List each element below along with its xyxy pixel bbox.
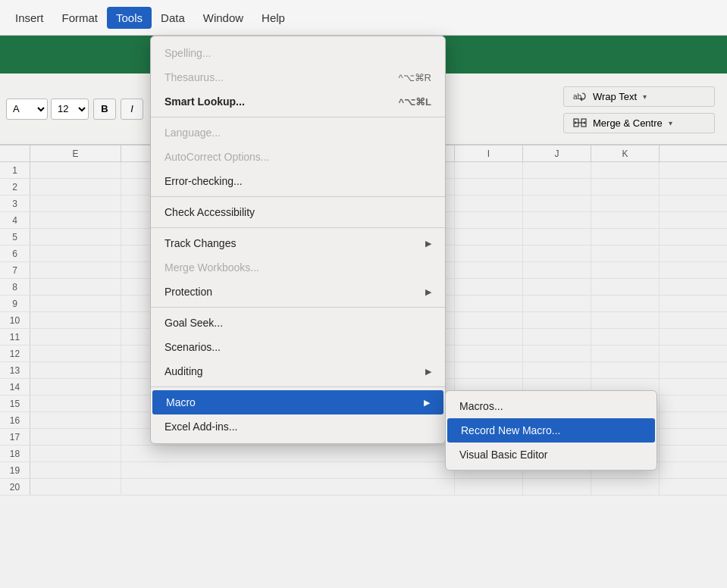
- grid-cell[interactable]: [591, 179, 660, 195]
- grid-cell[interactable]: [523, 346, 591, 361]
- italic-button[interactable]: I: [121, 99, 143, 120]
- grid-cell[interactable]: [591, 246, 660, 261]
- grid-cell[interactable]: [30, 379, 121, 395]
- grid-cell[interactable]: [455, 329, 523, 345]
- grid-cell[interactable]: [591, 362, 660, 378]
- merge-centre-button[interactable]: Merge & Centre ▾: [563, 113, 715, 133]
- menu-scenarios[interactable]: Scenarios...: [151, 335, 445, 359]
- menu-language[interactable]: Language...: [151, 120, 445, 145]
- font-name-select[interactable]: A: [6, 99, 48, 120]
- menu-help[interactable]: Help: [252, 7, 294, 29]
- menu-window[interactable]: Window: [194, 7, 252, 29]
- grid-cell[interactable]: [455, 362, 523, 378]
- grid-cell[interactable]: [455, 312, 523, 328]
- menu-spelling[interactable]: Spelling...: [151, 41, 445, 65]
- submenu-visual-basic-editor[interactable]: Visual Basic Editor: [446, 443, 656, 467]
- grid-cell[interactable]: [30, 312, 121, 328]
- grid-cell[interactable]: [523, 179, 591, 195]
- col-header-K[interactable]: K: [591, 145, 660, 161]
- menu-error-checking[interactable]: Error-checking...: [151, 169, 445, 193]
- grid-cell[interactable]: [523, 195, 591, 211]
- grid-cell[interactable]: [30, 329, 121, 345]
- grid-cell[interactable]: [523, 246, 591, 261]
- grid-cell[interactable]: [455, 229, 523, 245]
- grid-cell[interactable]: [523, 362, 591, 378]
- grid-cell[interactable]: [523, 262, 591, 278]
- grid-cell[interactable]: [591, 312, 660, 328]
- font-size-select[interactable]: 12: [51, 99, 89, 120]
- wrap-text-button[interactable]: ab Wrap Text ▾: [563, 86, 715, 107]
- grid-cell[interactable]: [30, 195, 121, 211]
- grid-cell[interactable]: [30, 162, 121, 178]
- grid-cell[interactable]: [30, 429, 121, 445]
- grid-cell[interactable]: [30, 396, 121, 411]
- menu-check-accessibility[interactable]: Check Accessibility: [151, 200, 445, 224]
- menu-data[interactable]: Data: [152, 7, 194, 29]
- grid-cell[interactable]: [591, 162, 660, 178]
- menu-auditing[interactable]: Auditing ▶: [151, 359, 445, 383]
- grid-cell[interactable]: [455, 262, 523, 278]
- menu-track-changes[interactable]: Track Changes ▶: [151, 231, 445, 255]
- menu-thesaurus[interactable]: Thesaurus... ^⌥⌘R: [151, 65, 445, 89]
- grid-cell[interactable]: [591, 329, 660, 345]
- menu-merge-workbooks[interactable]: Merge Workbooks...: [151, 255, 445, 280]
- grid-cell[interactable]: [30, 446, 121, 461]
- grid-cell[interactable]: [455, 195, 523, 211]
- grid-cell[interactable]: [455, 246, 523, 261]
- grid-cell[interactable]: [591, 279, 660, 295]
- grid-cell[interactable]: [591, 346, 660, 361]
- menu-protection[interactable]: Protection ▶: [151, 280, 445, 304]
- grid-cell[interactable]: [455, 279, 523, 295]
- grid-cell[interactable]: [591, 195, 660, 211]
- col-header-E[interactable]: E: [30, 145, 121, 161]
- grid-cell[interactable]: [30, 279, 121, 295]
- grid-cell[interactable]: [523, 329, 591, 345]
- grid-cell[interactable]: [591, 479, 660, 495]
- grid-cell[interactable]: [523, 279, 591, 295]
- grid-cell[interactable]: [591, 212, 660, 228]
- col-header-J[interactable]: J: [523, 145, 591, 161]
- grid-cell[interactable]: [455, 162, 523, 178]
- grid-cell[interactable]: [523, 162, 591, 178]
- menu-excel-addins[interactable]: Excel Add-ins...: [151, 414, 445, 439]
- grid-cell[interactable]: [30, 462, 121, 478]
- grid-cell[interactable]: [455, 296, 523, 311]
- menu-goal-seek[interactable]: Goal Seek...: [151, 311, 445, 335]
- grid-cell[interactable]: [523, 479, 591, 495]
- bold-button[interactable]: B: [93, 99, 116, 120]
- grid-cell[interactable]: [30, 212, 121, 228]
- grid-cell[interactable]: [455, 479, 523, 495]
- grid-cell[interactable]: [30, 479, 121, 495]
- grid-cell[interactable]: [523, 296, 591, 311]
- grid-cell[interactable]: [30, 229, 121, 245]
- menu-macro[interactable]: Macro ▶: [152, 390, 443, 414]
- grid-cell[interactable]: [30, 179, 121, 195]
- submenu-record-new-macro[interactable]: Record New Macro...: [447, 418, 655, 443]
- grid-cell[interactable]: [591, 296, 660, 311]
- grid-cell[interactable]: [121, 446, 455, 461]
- grid-cell[interactable]: [30, 246, 121, 261]
- menu-format[interactable]: Format: [53, 7, 108, 29]
- grid-cell[interactable]: [523, 212, 591, 228]
- grid-cell[interactable]: [30, 412, 121, 428]
- grid-cell[interactable]: [523, 229, 591, 245]
- grid-cell[interactable]: [30, 362, 121, 378]
- grid-cell[interactable]: [455, 179, 523, 195]
- menu-autocorrect[interactable]: AutoCorrect Options...: [151, 145, 445, 169]
- grid-cell[interactable]: [121, 462, 455, 478]
- table-row[interactable]: 20: [0, 479, 727, 496]
- grid-cell[interactable]: [30, 296, 121, 311]
- menu-insert[interactable]: Insert: [6, 7, 53, 29]
- grid-cell[interactable]: [455, 346, 523, 361]
- grid-cell[interactable]: [30, 262, 121, 278]
- grid-cell[interactable]: [455, 212, 523, 228]
- grid-cell[interactable]: [121, 479, 455, 495]
- col-header-I[interactable]: I: [455, 145, 523, 161]
- grid-cell[interactable]: [523, 312, 591, 328]
- menu-smart-lookup[interactable]: Smart Lookup... ^⌥⌘L: [151, 89, 445, 114]
- grid-cell[interactable]: [591, 229, 660, 245]
- grid-cell[interactable]: [591, 262, 660, 278]
- submenu-macros[interactable]: Macros...: [446, 394, 656, 418]
- menu-tools[interactable]: Tools: [107, 7, 152, 29]
- grid-cell[interactable]: [30, 346, 121, 361]
